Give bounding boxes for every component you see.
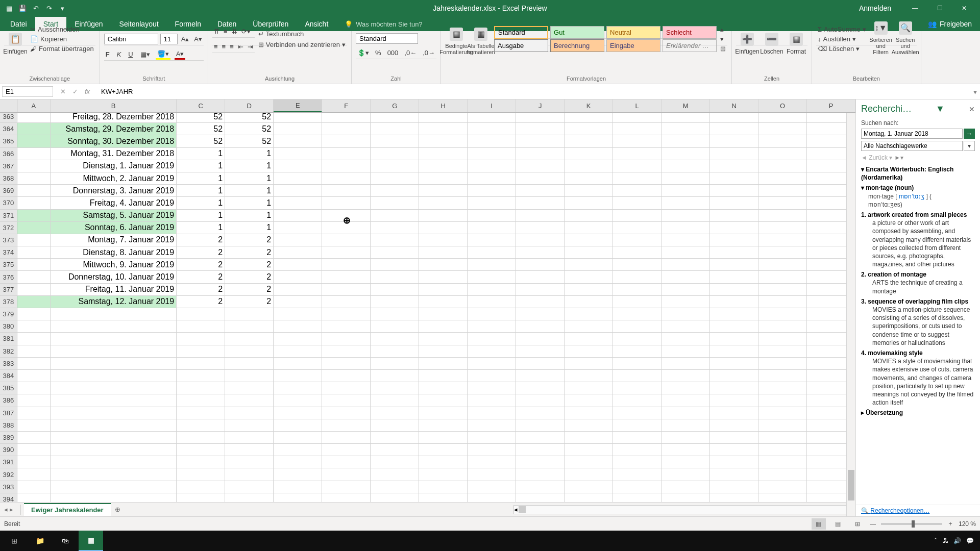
cell[interactable] (516, 185, 565, 196)
cell[interactable] (468, 394, 516, 406)
cell[interactable] (710, 284, 758, 295)
cell[interactable] (371, 246, 419, 258)
cell[interactable]: Dienstag, 1. Januar 2019 (51, 160, 177, 172)
cell[interactable] (371, 234, 419, 246)
cell[interactable] (322, 113, 371, 122)
cell[interactable] (613, 271, 662, 283)
cell[interactable]: 1 (225, 210, 274, 221)
sheet-nav-first-icon[interactable]: ◂ (4, 506, 8, 513)
cell[interactable] (710, 160, 758, 172)
cell[interactable] (371, 432, 419, 443)
cell[interactable] (322, 308, 371, 320)
tray-network-icon[interactable]: 🖧 (942, 537, 948, 544)
cell[interactable] (468, 284, 516, 295)
cell[interactable] (322, 172, 371, 184)
cell[interactable] (51, 432, 177, 443)
styles-down-icon[interactable]: ▾ (719, 35, 727, 43)
cell[interactable]: Freitag, 11. Januar 2019 (51, 284, 177, 295)
zoom-out-icon[interactable]: — (870, 520, 876, 528)
cell[interactable] (51, 320, 177, 332)
cell[interactable] (274, 271, 322, 283)
cell[interactable] (419, 246, 468, 258)
cell[interactable]: Freitag, 28. Dezember 2018 (51, 113, 177, 122)
cell[interactable] (613, 394, 662, 406)
cell[interactable] (662, 172, 710, 184)
cell[interactable] (225, 444, 274, 456)
cell[interactable] (516, 222, 565, 234)
cell[interactable] (17, 296, 51, 308)
research-fwd-icon[interactable]: ►▾ (894, 154, 903, 161)
col-header-B[interactable]: B (51, 99, 177, 112)
cell[interactable] (274, 382, 322, 394)
h-scroll-left-icon[interactable]: ◂ (514, 506, 518, 513)
cell[interactable] (758, 113, 807, 122)
cell[interactable] (662, 358, 710, 369)
cell[interactable] (419, 210, 468, 221)
formula-input[interactable]: KW+JAHR (97, 87, 970, 96)
view-page-break-icon[interactable]: ⊞ (850, 518, 865, 530)
cell[interactable] (710, 222, 758, 234)
cell[interactable] (419, 333, 468, 344)
cell[interactable]: Mittwoch, 2. Januar 2019 (51, 172, 177, 184)
cell[interactable] (17, 148, 51, 160)
formula-expand-icon[interactable]: ▾ (970, 88, 980, 96)
cell[interactable] (565, 308, 613, 320)
cell[interactable] (516, 271, 565, 283)
cell[interactable] (758, 456, 807, 468)
cell[interactable] (565, 468, 613, 480)
cell[interactable]: 52 (225, 135, 274, 147)
cell[interactable] (17, 382, 51, 394)
cell[interactable] (322, 345, 371, 357)
cell[interactable] (371, 358, 419, 369)
cell[interactable] (662, 271, 710, 283)
cell[interactable]: 1 (177, 222, 225, 234)
cell[interactable] (613, 456, 662, 468)
font-size-combo[interactable]: 11 (160, 34, 178, 44)
tab-formeln[interactable]: Formeln (167, 17, 209, 31)
cell[interactable] (225, 358, 274, 369)
cell[interactable] (516, 160, 565, 172)
row-header[interactable]: 386 (0, 394, 17, 406)
cell[interactable] (322, 432, 371, 443)
research-go-button[interactable]: → (964, 129, 975, 139)
row-header[interactable]: 372 (0, 222, 17, 234)
cell[interactable]: 52 (177, 113, 225, 122)
indent-inc-icon[interactable]: ⇥ (246, 42, 255, 51)
decrease-font-icon[interactable]: A▾ (192, 35, 204, 43)
cell[interactable] (565, 358, 613, 369)
cell[interactable] (710, 197, 758, 209)
cell[interactable] (516, 284, 565, 295)
cell[interactable] (17, 259, 51, 270)
cell[interactable] (419, 320, 468, 332)
cell[interactable] (322, 444, 371, 456)
cell[interactable] (565, 123, 613, 135)
cell[interactable] (662, 210, 710, 221)
cell[interactable] (177, 333, 225, 344)
cell[interactable] (468, 234, 516, 246)
cell[interactable] (662, 320, 710, 332)
cell[interactable]: 52 (225, 123, 274, 135)
cell[interactable] (613, 185, 662, 196)
qa-more-icon[interactable]: ▾ (57, 3, 67, 13)
cell[interactable]: 52 (177, 123, 225, 135)
cell[interactable] (662, 370, 710, 382)
cell[interactable] (468, 481, 516, 493)
styles-more-icon[interactable]: ⊟ (719, 44, 727, 53)
cell[interactable] (516, 320, 565, 332)
cell[interactable] (565, 197, 613, 209)
cell[interactable] (613, 468, 662, 480)
cell[interactable] (371, 271, 419, 283)
cell[interactable] (225, 468, 274, 480)
find-select-button[interactable]: 🔍Suchen und Auswählen (894, 21, 917, 57)
cell[interactable]: Dienstag, 8. Januar 2019 (51, 246, 177, 258)
cell[interactable] (662, 468, 710, 480)
cell[interactable] (177, 320, 225, 332)
cell[interactable]: 1 (225, 185, 274, 196)
cell[interactable] (274, 123, 322, 135)
cell[interactable] (710, 259, 758, 270)
cell[interactable] (371, 407, 419, 419)
col-header-E[interactable]: E (274, 99, 322, 112)
cell[interactable] (516, 172, 565, 184)
tab-seitenlayout[interactable]: Seitenlayout (111, 17, 167, 31)
cell[interactable] (710, 444, 758, 456)
